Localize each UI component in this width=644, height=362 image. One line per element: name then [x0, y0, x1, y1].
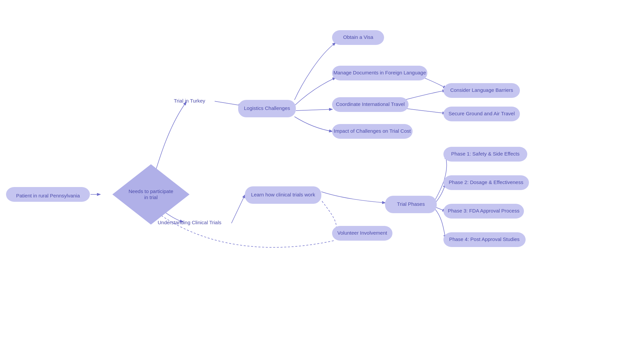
svg-text:Needs to participate: Needs to participate — [128, 188, 173, 194]
label-phase4: Phase 4: Post Approval Studies — [449, 236, 520, 242]
edge-logistics-travel — [296, 109, 332, 111]
label-phase1: Phase 1: Safety & Side Effects — [451, 151, 520, 157]
label-coord-travel: Coordinate International Travel — [336, 101, 405, 107]
label-logistics: Logistics Challenges — [244, 105, 290, 111]
label-learn: Learn how clinical trials work — [251, 192, 315, 197]
edge-logistics-visa — [294, 43, 335, 100]
edge-learn-volunteer — [322, 201, 336, 231]
svg-text:in trial: in trial — [144, 194, 158, 200]
label-patient: Patient in rural Pennsylvania — [16, 193, 80, 198]
label-turkey: Trial in Turkey — [174, 98, 205, 104]
label-visa: Obtain a Visa — [343, 34, 373, 40]
edge-phases-p2 — [435, 184, 445, 203]
label-volunteer: Volunteer Involvement — [337, 230, 387, 236]
label-manage-docs: Manage Documents in Foreign Language — [333, 70, 426, 75]
label-secure-travel: Secure Ground and Air Travel — [448, 111, 515, 116]
edge-volunteer-needs — [151, 208, 334, 247]
label-trial-phases: Trial Phases — [397, 201, 425, 207]
edge-logistics-cost — [294, 117, 332, 131]
edge-learn-phases — [321, 192, 385, 203]
edge-phases-p4 — [435, 209, 445, 238]
label-impact-cost: Impact of Challenges on Trial Cost — [334, 128, 411, 134]
edge-turkey-logistics — [215, 101, 241, 106]
label-understanding: Understanding Clinical Trials — [158, 220, 221, 225]
label-lang-barriers: Consider Language Barriers — [450, 87, 513, 93]
label-phase3: Phase 3: FDA Approval Process — [448, 208, 519, 214]
edge-understanding-learn — [231, 195, 245, 223]
edge-phases-p1 — [435, 156, 447, 199]
label-phase2: Phase 2: Dosage & Effectiveness — [449, 179, 523, 185]
node-needs: Needs to participate in trial — [112, 164, 190, 225]
edge-logistics-docs — [294, 78, 335, 106]
